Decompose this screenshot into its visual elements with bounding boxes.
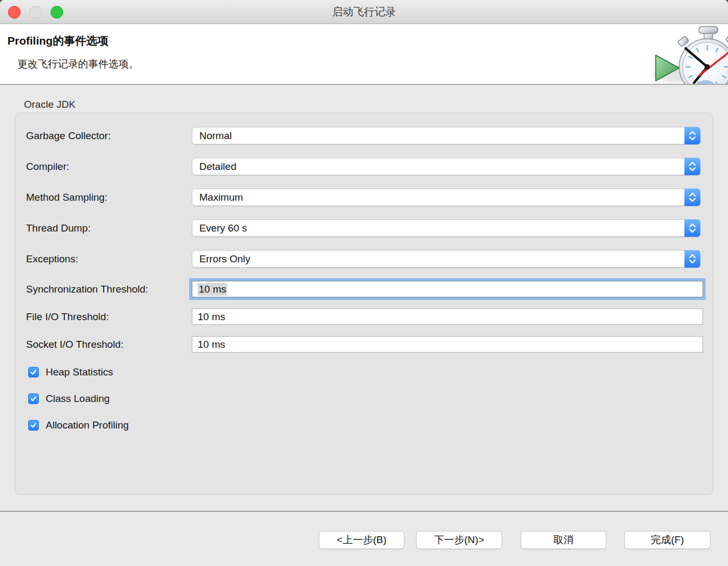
wizard-header: Profiling的事件选项 更改飞行记录的事件选项。 — [0, 24, 728, 85]
compiler-label: Compiler: — [26, 161, 192, 173]
oracle-jdk-group: Garbage Collector: Normal Compiler: Deta… — [15, 113, 713, 495]
class-loading-checkbox[interactable] — [28, 393, 39, 404]
heap-statistics-label: Heap Statistics — [46, 366, 113, 378]
compiler-row: Compiler: Detailed — [26, 158, 703, 175]
selected-value: Errors Only — [192, 253, 250, 265]
method-sampling-label: Method Sampling: — [26, 192, 192, 203]
thread-dump-label: Thread Dump: — [26, 222, 192, 234]
next-button[interactable]: 下一步(N)> — [416, 531, 502, 549]
garbage-collector-label: Garbage Collector: — [26, 130, 192, 142]
window-title: 启动飞行记录 — [0, 0, 728, 23]
file-io-threshold-input[interactable]: 10 ms — [192, 308, 703, 325]
selected-value: Detailed — [192, 161, 236, 173]
group-label: Oracle JDK — [24, 99, 75, 110]
selected-text: 10 ms — [198, 283, 227, 296]
maximize-button[interactable] — [50, 6, 63, 19]
garbage-collector-row: Garbage Collector: Normal — [26, 127, 703, 144]
synchronization-threshold-row: Synchronization Threshold: 10 ms — [26, 281, 703, 297]
chevron-up-down-icon — [684, 158, 700, 175]
chevron-up-down-icon — [684, 188, 700, 206]
heap-statistics-checkbox[interactable] — [28, 367, 39, 378]
checkmark-icon — [30, 422, 37, 429]
cancel-button[interactable]: 取消 — [521, 531, 606, 549]
garbage-collector-select[interactable]: Normal — [192, 127, 700, 144]
chevron-up-down-icon — [684, 127, 700, 144]
class-loading-row: Class Loading — [26, 393, 703, 405]
finish-button[interactable]: 完成(F) — [624, 531, 710, 549]
allocation-profiling-label: Allocation Profiling — [46, 419, 129, 431]
selected-value: Normal — [192, 130, 232, 142]
method-sampling-row: Method Sampling: Maximum — [26, 188, 703, 206]
class-loading-label: Class Loading — [46, 393, 109, 405]
page-subtitle: 更改飞行记录的事件选项。 — [18, 57, 139, 71]
wizard-footer: <上一步(B) 下一步(N)> 取消 完成(F) — [0, 511, 728, 566]
titlebar: 启动飞行记录 — [0, 0, 728, 24]
close-button[interactable] — [8, 6, 21, 19]
chevron-up-down-icon — [684, 250, 700, 268]
exceptions-label: Exceptions: — [26, 253, 192, 265]
synchronization-threshold-input[interactable]: 10 ms — [192, 281, 703, 297]
checkmark-icon — [30, 368, 37, 376]
field-text: 10 ms — [198, 339, 225, 350]
allocation-profiling-row: Allocation Profiling — [26, 419, 703, 431]
minimize-button[interactable] — [29, 6, 42, 19]
exceptions-row: Exceptions: Errors Only — [26, 250, 703, 268]
socket-io-threshold-row: Socket I/O Threshold: 10 ms — [26, 336, 703, 353]
selected-value: Every 60 s — [192, 222, 247, 234]
wizard-content: Oracle JDK Garbage Collector: Normal Com… — [0, 86, 728, 511]
stopwatch-play-icon — [650, 25, 728, 85]
socket-io-threshold-input[interactable]: 10 ms — [192, 336, 703, 353]
chevron-up-down-icon — [684, 219, 700, 237]
socket-io-threshold-label: Socket I/O Threshold: — [26, 339, 192, 350]
selected-value: Maximum — [192, 192, 243, 203]
file-io-threshold-label: File I/O Threshold: — [26, 311, 192, 323]
method-sampling-select[interactable]: Maximum — [192, 188, 700, 206]
field-text: 10 ms — [198, 311, 225, 323]
traffic-lights — [8, 6, 63, 19]
thread-dump-row: Thread Dump: Every 60 s — [26, 219, 703, 237]
back-button[interactable]: <上一步(B) — [319, 531, 404, 549]
file-io-threshold-row: File I/O Threshold: 10 ms — [26, 308, 703, 325]
checkbox-group: Heap Statistics Class Loading Allocation… — [26, 366, 703, 431]
page-title: Profiling的事件选项 — [7, 33, 108, 48]
synchronization-threshold-label: Synchronization Threshold: — [26, 284, 192, 295]
checkmark-icon — [30, 395, 37, 402]
allocation-profiling-checkbox[interactable] — [28, 420, 39, 431]
exceptions-select[interactable]: Errors Only — [192, 250, 700, 268]
thread-dump-select[interactable]: Every 60 s — [192, 219, 700, 237]
heap-statistics-row: Heap Statistics — [26, 366, 703, 378]
compiler-select[interactable]: Detailed — [192, 158, 700, 175]
dialog-window: 启动飞行记录 Profiling的事件选项 更改飞行记录的事件选项。 — [0, 0, 728, 566]
